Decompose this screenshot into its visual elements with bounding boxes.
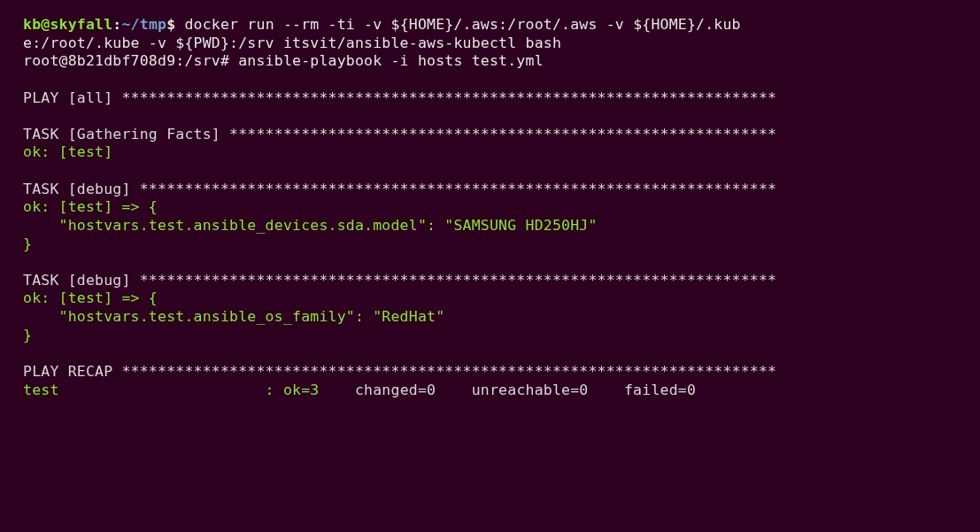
terminal[interactable]: kb@skyfall:~/tmp$ docker run --rm -ti -v… [23, 16, 957, 399]
recap-rest: changed=0 unreachable=0 failed=0 [319, 382, 696, 398]
prompt-dollar: $ [166, 16, 184, 33]
play-header: PLAY [all] *****************************… [23, 89, 957, 108]
blank-line [23, 107, 957, 126]
ok-gathering-facts: ok: [test] [23, 143, 957, 162]
play-recap-header: PLAY RECAP *****************************… [23, 363, 957, 382]
prompt-line-1: kb@skyfall:~/tmp$ docker run --rm -ti -v… [23, 16, 957, 35]
ok-debug-2-line-3: } [23, 327, 957, 345]
ok-debug-2-line-2: "hostvars.test.ansible_os_family": "RedH… [23, 308, 957, 327]
ok-debug-1-line-3: } [23, 235, 957, 254]
recap-host: test : [23, 382, 283, 398]
ok-debug-2-line-1: ok: [test] => { [23, 289, 957, 308]
ok-debug-1-line-2: "hostvars.test.ansible_devices.sda.model… [23, 217, 957, 235]
task-gathering-facts: TASK [Gathering Facts] *****************… [23, 126, 957, 144]
blank-line [23, 253, 957, 272]
task-debug-1: TASK [debug] ***************************… [23, 181, 957, 199]
inner-prompt-line: root@8b21dbf708d9:/srv# ansible-playbook… [23, 52, 957, 71]
blank-line [23, 71, 957, 89]
command-part-2: e:/root/.kube -v ${PWD}:/srv itsvit/ansi… [23, 35, 957, 53]
prompt-colon: : [112, 16, 121, 33]
blank-line [23, 344, 957, 363]
blank-line [23, 162, 957, 181]
command-part-1: docker run --rm -ti -v ${HOME}/.aws:/roo… [184, 16, 740, 33]
ok-debug-1-line-1: ok: [test] => { [23, 198, 957, 217]
task-debug-2: TASK [debug] ***************************… [23, 272, 957, 290]
play-recap-row: test : ok=3 changed=0 unreachable=0 fail… [23, 382, 957, 400]
prompt-path: ~/tmp [121, 16, 166, 33]
prompt-user: kb@skyfall [23, 16, 112, 33]
recap-ok-count: ok=3 [283, 382, 320, 398]
